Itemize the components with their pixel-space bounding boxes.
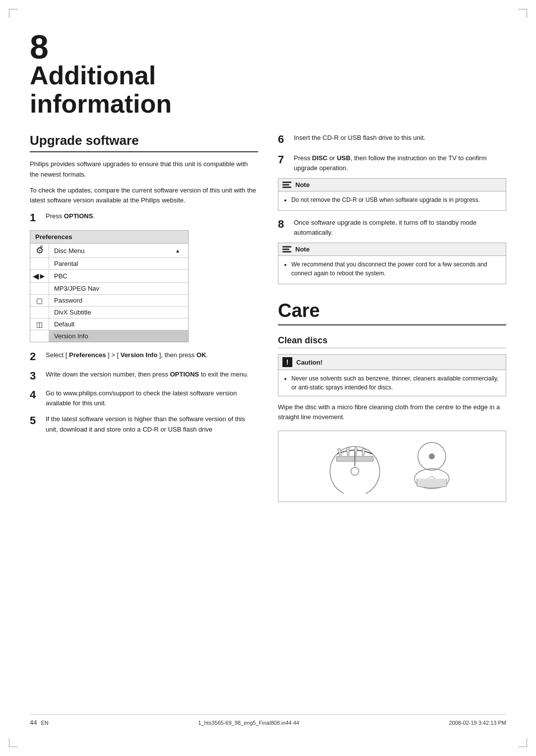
pref-label-disc-menu: Disc Menu ▲ bbox=[49, 244, 188, 257]
caution-bullet: Never use solvents such as benzene, thin… bbox=[291, 374, 500, 392]
options-keyword: OPTIONS bbox=[64, 212, 93, 220]
note-bullet-2: We recommend that you disconnect the pow… bbox=[291, 260, 500, 278]
disc-keyword: DISC bbox=[312, 154, 328, 162]
pref-icon-settings: ⚙̊ bbox=[30, 244, 49, 257]
step-5: 5 If the latest software version is high… bbox=[30, 414, 258, 434]
chapter-number: 8 bbox=[30, 30, 506, 63]
preferences-table: Preferences ⚙̊ Disc Menu ▲ Parental ◀► P… bbox=[30, 230, 189, 342]
pref-row-pbc: ◀► PBC bbox=[30, 270, 188, 283]
options-keyword2: OPTIONS bbox=[170, 371, 200, 378]
caution-header: ! Caution! bbox=[278, 355, 506, 370]
pref-row-divx: DivX Subtitle bbox=[30, 307, 188, 318]
note-icon-1 bbox=[282, 182, 291, 188]
left-column: Upgrade software Philips provides softwa… bbox=[30, 133, 258, 699]
note-bullet-1: Do not remove the CD-R or USB when softw… bbox=[291, 195, 500, 204]
care-heading: Care bbox=[278, 300, 506, 325]
step-3: 3 Write down the version number, then pr… bbox=[30, 370, 258, 382]
preferences-table-header: Preferences bbox=[30, 231, 188, 244]
step-1: 1 Press OPTIONS. bbox=[30, 211, 258, 224]
right-column: 6 Insert the CD-R or USB flash drive to … bbox=[278, 133, 506, 699]
step-8: 8 Once software upgrade is complete, it … bbox=[278, 218, 506, 238]
step-7: 7 Press DISC or USB, then follow the ins… bbox=[278, 153, 506, 173]
usb-keyword: USB bbox=[337, 154, 350, 162]
pref-icon-divx bbox=[30, 307, 49, 318]
disc-images-area bbox=[278, 431, 506, 502]
note-title-2: Note bbox=[295, 246, 310, 253]
pref-label-pbc: PBC bbox=[49, 270, 188, 282]
step-4: 4 Go to www.philips.com/support to check… bbox=[30, 388, 258, 408]
preferences-keyword: Preferences bbox=[69, 351, 106, 359]
footer-file-info: 1_hts3565-69_98_eng5_Final808.in44 44 bbox=[198, 720, 299, 726]
pref-icon-parental bbox=[30, 258, 49, 269]
pref-label-parental: Parental bbox=[49, 258, 188, 269]
clean-discs-heading: Clean discs bbox=[278, 335, 506, 348]
pref-row-mp3jpeg: MP3/JPEG Nav bbox=[30, 283, 188, 295]
pref-icon-mp3jpeg bbox=[30, 283, 49, 294]
upgrade-para2: To check the updates, compare the curren… bbox=[30, 186, 258, 205]
version-info-keyword: Version Info bbox=[121, 351, 157, 359]
pref-row-default: ◫ Default bbox=[30, 318, 188, 330]
note-header-2: Note bbox=[278, 243, 506, 256]
chapter-heading: 8 Additional information bbox=[30, 30, 506, 118]
disc-illustration-left bbox=[323, 439, 392, 494]
care-section: Care Clean discs ! Caution! Never use so… bbox=[278, 300, 506, 502]
svg-point-4 bbox=[429, 453, 435, 459]
note-box-2: Note We recommend that you disconnect th… bbox=[278, 243, 506, 284]
note-header-1: Note bbox=[278, 179, 506, 191]
footer-left: 44 EN bbox=[30, 719, 49, 726]
pref-label-version-info: Version Info bbox=[49, 330, 188, 342]
pref-icon-grid: ◫ bbox=[30, 318, 49, 330]
caution-box: ! Caution! Never use solvents such as be… bbox=[278, 354, 506, 396]
ok-keyword: OK bbox=[197, 351, 206, 359]
svg-point-1 bbox=[351, 467, 359, 475]
pref-row-parental: Parental bbox=[30, 258, 188, 270]
footer-date-info: 2008-02-19 3:42:13 PM bbox=[449, 720, 506, 726]
pref-icon-monitor: ▢ bbox=[30, 295, 49, 306]
page-footer: 44 EN 1_hts3565-69_98_eng5_Final808.in44… bbox=[30, 714, 506, 726]
pref-label-divx: DivX Subtitle bbox=[49, 307, 188, 318]
note-box-1: Note Do not remove the CD-R or USB when … bbox=[278, 178, 506, 211]
step-2: 2 Select [ Preferences ] > [ Version Inf… bbox=[30, 350, 258, 363]
disc-illustration-right bbox=[402, 439, 462, 494]
note-body-2: We recommend that you disconnect the pow… bbox=[278, 256, 506, 284]
caution-body: Never use solvents such as benzene, thin… bbox=[278, 370, 506, 396]
footer-page-number: 44 bbox=[30, 719, 37, 726]
note-title-1: Note bbox=[295, 181, 310, 189]
pref-label-mp3jpeg: MP3/JPEG Nav bbox=[49, 283, 188, 294]
upgrade-para1: Philips provides software upgrades to en… bbox=[30, 159, 258, 179]
caution-icon: ! bbox=[282, 357, 292, 367]
step-6: 6 Insert the CD-R or USB flash drive to … bbox=[278, 133, 506, 146]
upgrade-software-heading: Upgrade software bbox=[30, 133, 258, 152]
pref-row-disc-menu: ⚙̊ Disc Menu ▲ bbox=[30, 244, 188, 258]
note-icon-2 bbox=[282, 246, 291, 252]
pref-row-password: ▢ Password bbox=[30, 295, 188, 307]
pref-row-version-info: Version Info bbox=[30, 330, 188, 342]
clean-disc-text: Wipe the disc with a micro fibre cleanin… bbox=[278, 402, 506, 422]
pref-icon-audio: ◀► bbox=[30, 270, 49, 282]
pref-icon-version bbox=[30, 330, 49, 342]
note-body-1: Do not remove the CD-R or USB when softw… bbox=[278, 191, 506, 210]
pref-label-default: Default bbox=[49, 318, 188, 330]
caution-title: Caution! bbox=[296, 359, 323, 366]
footer-lang: EN bbox=[41, 720, 48, 726]
chapter-title: Additional information bbox=[30, 62, 506, 118]
pref-label-password: Password bbox=[49, 295, 188, 306]
